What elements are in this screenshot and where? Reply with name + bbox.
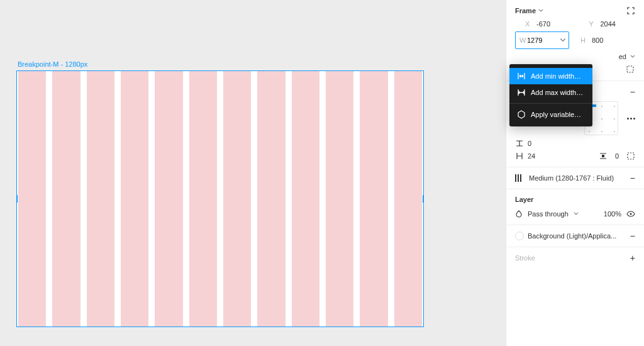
properties-panel: Frame X -670 Y 2044 W 1279 H 800 [506,0,644,346]
grid-column [121,71,148,326]
remove-fill-button[interactable]: − [630,232,635,240]
svg-rect-1 [602,155,604,157]
grid-column [360,71,387,326]
y-label: Y [589,20,597,28]
apply-variable-label: Apply variable… [531,111,581,118]
grid-column [18,71,46,326]
horizontal-padding-value[interactable]: 24 [528,152,559,160]
remove-auto-layout-button[interactable]: − [630,87,635,96]
max-width-label: Add max width… [531,89,583,96]
grid-column [189,71,217,326]
grid-column [52,71,80,326]
w-value: 1279 [527,36,560,44]
resize-handle-right[interactable] [423,195,424,203]
individual-padding-icon[interactable] [626,152,635,160]
canvas[interactable]: Breakpoint-M - 1280px [0,0,506,346]
variable-icon [517,110,526,119]
vertical-gap-icon [515,139,524,148]
w-label: W [519,36,527,44]
stroke-title: Stroke [515,254,535,262]
svg-rect-0 [627,66,633,72]
grid-column [257,71,285,326]
add-max-width-item[interactable]: Add max width… [509,84,592,101]
x-label: X [525,20,533,28]
apply-variable-item[interactable]: Apply variable… [509,106,592,123]
layer-title: Layer [515,196,533,203]
resize-mode-partial[interactable]: ed [619,53,626,60]
fill-section: Background (Light)/Applica... − [506,225,644,247]
vertical-gap-value[interactable]: 0 [528,140,635,147]
chevron-down-icon[interactable] [560,37,566,43]
h-value[interactable]: 800 [592,36,635,44]
frame-type-dropdown[interactable]: Frame [515,7,543,14]
grid-column [326,71,353,326]
layer-section: Layer Pass through 100% [506,189,644,225]
width-input[interactable]: W 1279 [515,31,569,49]
grid-column [87,71,114,326]
fill-label[interactable]: Background (Light)/Applica... [528,232,626,240]
opacity-value[interactable]: 100% [604,210,621,218]
layout-grid-label[interactable]: Medium (1280-1767 : Fluid) [529,174,626,182]
h-label: H [580,36,588,44]
y-value[interactable]: 2044 [601,20,636,28]
eye-icon[interactable] [626,209,635,218]
selected-frame[interactable] [16,70,424,327]
resize-to-fit-icon[interactable] [626,6,635,15]
frame-name-label[interactable]: Breakpoint-M - 1280px [18,60,87,68]
blend-mode-value[interactable]: Pass through [528,210,569,218]
grid-column [292,71,319,326]
add-stroke-button[interactable]: + [630,254,635,262]
max-width-icon [517,88,526,97]
svg-rect-2 [628,153,634,159]
clip-content-icon[interactable] [625,64,635,74]
remove-grid-button[interactable]: − [630,174,635,182]
chevron-down-icon [630,54,635,59]
width-options-dropdown: Add min width… Add max width… Apply vari… [509,64,592,126]
layout-grid-columns [17,71,423,326]
vertical-padding-value[interactable]: 0 [615,152,619,160]
stroke-section: Stroke + [506,247,644,269]
grid-column [155,71,182,326]
chevron-down-icon [538,8,543,13]
svg-point-3 [630,213,632,215]
vertical-padding-icon [599,152,608,160]
x-value[interactable]: -670 [536,20,572,28]
grid-column [394,71,422,326]
fill-swatch[interactable] [515,232,524,240]
blend-mode-icon [515,210,523,218]
more-options-icon[interactable] [627,118,635,120]
resize-handle-left[interactable] [16,195,18,203]
min-width-label: Add min width… [531,72,581,80]
horizontal-padding-icon [515,152,524,160]
layout-grid-icon [515,174,521,182]
chevron-down-icon [574,211,579,216]
layout-grid-section: Medium (1280-1767 : Fluid) − [506,167,644,189]
grid-column [223,71,251,326]
frame-title: Frame [515,7,536,14]
add-min-width-item[interactable]: Add min width… [509,68,592,84]
min-width-icon [517,72,526,81]
dropdown-separator [509,103,592,104]
